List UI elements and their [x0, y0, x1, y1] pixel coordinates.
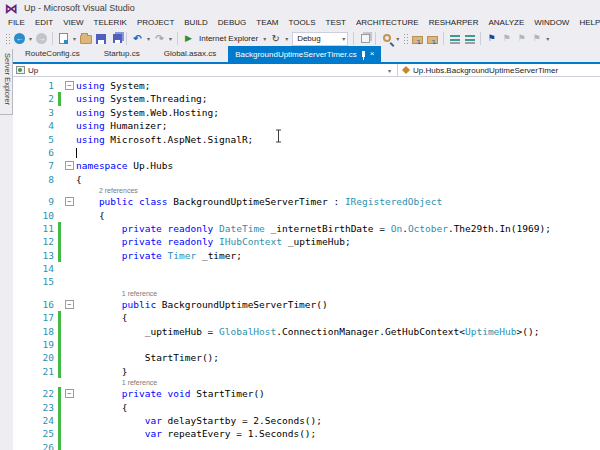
line-number[interactable]: 9	[13, 195, 58, 208]
browser-target-label[interactable]: Internet Explorer	[199, 34, 258, 43]
menu-window[interactable]: WINDOW	[529, 18, 574, 27]
line-number[interactable]: 7	[13, 159, 58, 172]
code-line[interactable]: 18_uptimeHub = GlobalHost.ConnectionMana…	[13, 325, 600, 338]
save-all-button[interactable]	[109, 32, 122, 46]
line-number[interactable]: 23	[13, 401, 58, 414]
navigate-to-file-button[interactable]	[411, 32, 424, 46]
comment-lines-button[interactable]	[448, 32, 461, 46]
line-number[interactable]: 22	[13, 387, 58, 400]
uncomment-lines-button[interactable]	[463, 32, 476, 46]
menu-project[interactable]: PROJECT	[132, 18, 179, 27]
line-number[interactable]: 20	[13, 351, 58, 364]
navigate-back-button[interactable]: ←	[13, 32, 26, 46]
line-number[interactable]: 5	[13, 133, 58, 146]
codelens-references-link[interactable]: 1 reference	[122, 378, 157, 387]
code-line[interactable]: 6	[13, 146, 600, 159]
clear-bookmarks-button[interactable]: ⚑	[530, 32, 543, 46]
code-line[interactable]: 23{	[13, 401, 600, 414]
find-in-files-button[interactable]	[380, 32, 393, 46]
code-line[interactable]: 21}	[13, 365, 600, 378]
line-number[interactable]: 14	[13, 262, 58, 275]
browser-target-dropdown[interactable]: ▾	[261, 35, 268, 42]
new-file-button[interactable]	[57, 32, 70, 46]
line-number[interactable]: 12	[13, 235, 58, 248]
toggle-bookmark-button[interactable]: ⚑	[485, 32, 498, 46]
code-line[interactable]: 3using System.Web.Hosting;	[13, 106, 600, 119]
line-number[interactable]: 21	[13, 365, 58, 378]
document-tab[interactable]: Startup.cs	[92, 46, 152, 62]
redo-button[interactable]: ↷	[153, 32, 166, 46]
line-number[interactable]: 3	[13, 106, 58, 119]
collapse-region-icon[interactable]: −	[65, 389, 74, 398]
close-tab-icon[interactable]: ×	[370, 50, 375, 58]
line-number[interactable]: 2	[13, 92, 58, 105]
refresh-dropdown[interactable]: ▾	[283, 35, 290, 42]
line-number[interactable]: 1	[13, 79, 58, 92]
previous-bookmark-button[interactable]: ⚑	[500, 32, 513, 46]
bookmark-dropdown[interactable]: ▾	[544, 35, 551, 42]
collapse-region-icon[interactable]: −	[65, 81, 74, 90]
find-dropdown[interactable]: ▾	[394, 35, 401, 42]
document-tab[interactable]: BackgroundUptimeServerTimer.cs×	[228, 46, 381, 62]
code-line[interactable]: 1−using System;	[13, 79, 600, 92]
code-line[interactable]: 15	[13, 275, 600, 288]
code-line[interactable]: 22−private void StartTimer()	[13, 387, 600, 400]
menu-file[interactable]: FILE	[3, 18, 30, 27]
collapse-region-icon[interactable]: −	[65, 161, 74, 170]
collapse-region-icon[interactable]: −	[65, 300, 74, 309]
save-button[interactable]	[94, 32, 107, 46]
codelens-references-link[interactable]: 1 reference	[122, 289, 157, 298]
menu-test[interactable]: TEST	[321, 18, 351, 27]
start-debugging-button[interactable]: ▶	[182, 32, 195, 46]
code-line[interactable]: 19	[13, 338, 600, 351]
document-tab[interactable]: Global.asax.cs	[152, 46, 228, 62]
line-number[interactable]: 17	[13, 311, 58, 324]
code-line[interactable]: 26	[13, 441, 600, 450]
code-line[interactable]: 2using System.Threading;	[13, 92, 600, 105]
server-explorer-tab[interactable]: Server Explorer	[0, 49, 13, 115]
code-line[interactable]: 9−public class BackgroundUptimeServerTim…	[13, 195, 600, 208]
menu-view[interactable]: VIEW	[58, 18, 88, 27]
menu-edit[interactable]: EDIT	[30, 18, 58, 27]
refresh-button[interactable]: ↻	[269, 32, 282, 46]
line-number[interactable]: 13	[13, 249, 58, 262]
menu-build[interactable]: BUILD	[179, 18, 213, 27]
line-number[interactable]: 11	[13, 222, 58, 235]
code-line[interactable]: 17{	[13, 311, 600, 324]
code-editor[interactable]: 1−using System;2using System.Threading;3…	[13, 77, 600, 450]
line-number[interactable]: 15	[13, 275, 58, 288]
code-line[interactable]: 25var repeatEvery = 1.Seconds();	[13, 427, 600, 440]
code-line[interactable]: 10{	[13, 209, 600, 222]
menu-telerik[interactable]: TELERIK	[89, 18, 132, 27]
code-line[interactable]: 13private Timer _timer;	[13, 249, 600, 262]
code-line[interactable]: 8{	[13, 173, 600, 186]
menu-help[interactable]: HELP	[574, 18, 600, 27]
open-file-button[interactable]	[79, 32, 92, 46]
menu-resharper[interactable]: RESHARPER	[424, 18, 484, 27]
line-number[interactable]: 25	[13, 427, 58, 440]
line-number[interactable]: 4	[13, 119, 58, 132]
line-number[interactable]: 10	[13, 209, 58, 222]
code-line[interactable]: 11private readonly DateTime _internetBir…	[13, 222, 600, 235]
codelens-references-link[interactable]: 2 references	[99, 186, 138, 195]
document-tab[interactable]: RouteConfig.cs	[13, 46, 92, 62]
pin-tab-icon[interactable]	[362, 51, 365, 57]
solution-configuration-combobox[interactable]: Debug ▾	[292, 32, 348, 46]
undo-dropdown[interactable]: ▾	[145, 35, 152, 42]
type-dropdown[interactable]: Up.Hubs.BackgroundUptimeServerTimer	[398, 64, 600, 76]
toolbar-grip[interactable]	[403, 33, 408, 45]
navigate-back-dropdown[interactable]: ▾	[27, 35, 34, 42]
menu-architecture[interactable]: ARCHITECTURE	[351, 18, 424, 27]
navigate-forward-button[interactable]: →	[35, 32, 48, 46]
menu-team[interactable]: TEAM	[251, 18, 283, 27]
line-number[interactable]: 16	[13, 298, 58, 311]
redo-dropdown[interactable]: ▾	[167, 35, 174, 42]
next-bookmark-button[interactable]: ⚑	[515, 32, 528, 46]
code-line[interactable]: 5using Microsoft.AspNet.SignalR;	[13, 133, 600, 146]
line-number[interactable]: 19	[13, 338, 58, 351]
toolbar-grip[interactable]	[5, 33, 10, 45]
project-dropdown[interactable]: Up ▾	[13, 64, 398, 76]
menu-analyze[interactable]: ANALYZE	[483, 18, 529, 27]
line-number[interactable]: 26	[13, 441, 58, 450]
line-number[interactable]: 6	[13, 146, 58, 159]
